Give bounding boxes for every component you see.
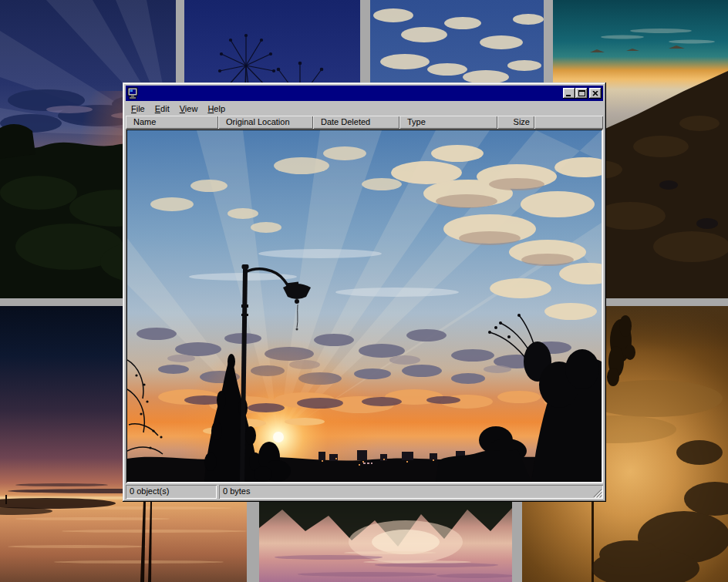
column-header-type[interactable]: Type [399,116,497,129]
column-header-size[interactable]: Size [497,116,534,129]
menu-bar: File Edit View Help [126,101,603,116]
menu-edit[interactable]: Edit [150,103,174,114]
column-header-name[interactable]: Name [126,116,218,129]
menu-file[interactable]: File [126,103,150,114]
minimize-icon [566,91,572,96]
column-header-blank[interactable] [534,116,603,129]
status-size-total: 0 bytes [219,485,603,499]
column-header-date-deleted[interactable]: Date Deleted [313,116,399,129]
close-icon [592,91,598,96]
photo-sign [363,463,372,464]
recycle-bin-window: File Edit View Help Name Original Locati… [123,82,606,502]
window-titlebar[interactable] [126,86,603,101]
sunset-lamppost-photo [126,129,603,483]
computer-icon [127,87,140,99]
status-bar: 0 object(s) 0 bytes [126,485,603,499]
menu-help[interactable]: Help [203,103,230,114]
maximize-icon [578,90,585,96]
menu-view[interactable]: View [175,103,203,114]
status-object-count: 0 object(s) [126,485,217,499]
close-button[interactable] [589,88,602,99]
resize-grip[interactable] [593,489,602,498]
column-header-original-location[interactable]: Original Location [218,116,313,129]
column-headers: Name Original Location Date Deleted Type… [126,116,603,129]
minimize-button[interactable] [563,88,575,99]
maximize-button[interactable] [575,88,588,99]
